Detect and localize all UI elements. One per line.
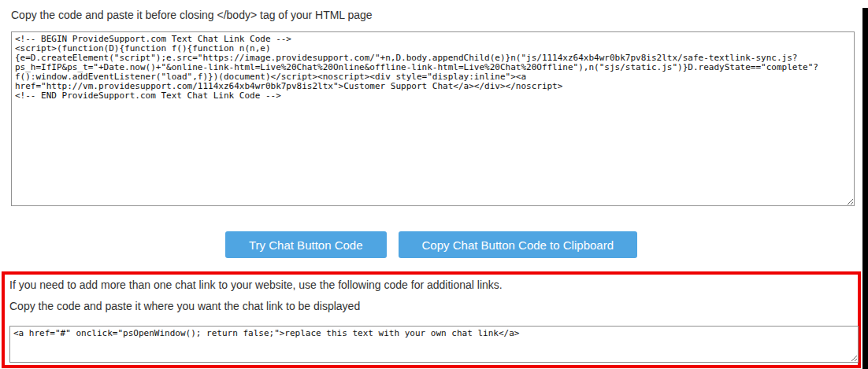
additional-links-section: If you need to add more than one chat li… [2, 271, 861, 368]
chat-link-code-textarea[interactable]: <!-- BEGIN ProvideSupport.com Text Chat … [11, 31, 855, 206]
top-instruction: Copy the code and paste it before closin… [11, 8, 868, 23]
right-edge-strip [862, 8, 868, 369]
additional-link-code-textarea[interactable]: <a href="#" onclick="psOpenWindow(); ret… [9, 326, 859, 363]
additional-links-note: If you need to add more than one chat li… [9, 278, 853, 293]
button-row: Try Chat Button Code Copy Chat Button Co… [0, 231, 862, 258]
copy-chat-button-code-button[interactable]: Copy Chat Button Code to Clipboard [399, 231, 637, 258]
try-chat-button-code-button[interactable]: Try Chat Button Code [225, 231, 387, 258]
page-root: Copy the code and paste it before closin… [0, 8, 868, 369]
paste-location-note: Copy the code and paste it where you wan… [9, 299, 853, 314]
